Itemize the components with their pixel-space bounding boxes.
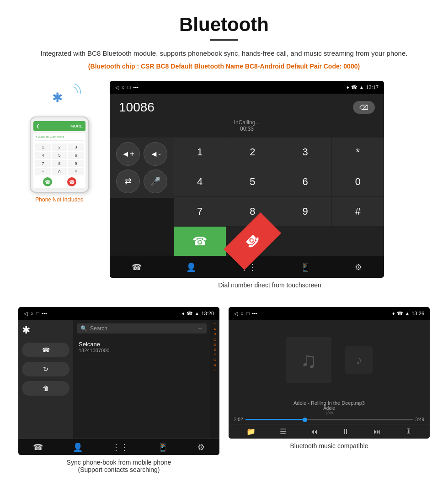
answer-call-button[interactable]: ☎ — [174, 227, 226, 256]
music-nav-home[interactable]: ○ — [240, 311, 244, 316]
status-left: ◁ ○ □ ••• — [115, 85, 139, 90]
contact-row[interactable]: Seicane 13241007000 — [77, 337, 207, 357]
title-section: Bluetooth Integrated with BC8 Bluetooth … — [18, 14, 430, 70]
transfer-button[interactable]: ⇄ — [116, 169, 140, 193]
phone-illustration: ✱ ❮ MORE + Add to Contacts 1 2 3 4 5 6 — [18, 81, 101, 203]
dial-key-star[interactable]: * — [35, 168, 51, 175]
nav-square-icon[interactable]: □ — [128, 85, 131, 90]
nav-back-icon[interactable]: ◁ — [115, 85, 119, 90]
volume-down-button[interactable]: ◄- — [144, 142, 167, 166]
dialpad-9[interactable]: 9 — [279, 197, 331, 226]
pb-nav-back[interactable]: ◁ — [24, 311, 27, 317]
music-nav-back[interactable]: ◁ — [234, 311, 238, 317]
pb-caption-line1: Sync phone-book from mobile phone — [67, 459, 171, 466]
pb-nav-settings[interactable]: ⚙ — [197, 442, 205, 452]
dial-key-5[interactable]: 5 — [52, 152, 67, 159]
dial-key-3[interactable]: 3 — [68, 143, 84, 151]
nav-home-icon[interactable]: ○ — [122, 85, 125, 90]
dial-key-0[interactable]: 0 — [52, 168, 67, 175]
pb-phone-btn[interactable]: ☎ — [22, 343, 69, 357]
dial-key-6[interactable]: 6 — [68, 152, 84, 159]
nav-calls-icon[interactable]: ☎ — [132, 262, 142, 272]
pb-nav-contacts[interactable]: 👤 — [73, 442, 83, 452]
dialpad-5[interactable]: 5 — [226, 167, 278, 196]
pb-status-left: ◁ ○ □ ••• — [24, 311, 47, 317]
dialpad-0[interactable]: 0 — [332, 167, 384, 196]
mute-button[interactable]: 🎤 — [144, 169, 167, 193]
playlist-icon[interactable]: ☰ — [280, 427, 286, 436]
music-gps-icon: ♦ — [392, 311, 395, 316]
pb-caption-line2: (Support contacts searching) — [78, 466, 160, 473]
prev-track-button[interactable]: ⏮ — [310, 428, 318, 436]
progress-track[interactable] — [245, 419, 412, 420]
music-nav-square[interactable]: □ — [246, 311, 250, 316]
dial-key-7[interactable]: 7 — [35, 160, 51, 167]
music-column: ◁ ○ □ ••• ♦ ☎ ▲ 13:26 — [229, 307, 430, 482]
dialpad-4[interactable]: 4 — [174, 167, 226, 196]
dialpad-7[interactable]: 7 — [174, 197, 226, 226]
pb-nav-sms[interactable]: 📱 — [158, 442, 168, 452]
alpha-d[interactable]: D — [213, 342, 216, 347]
album-art-main: ♫ — [286, 337, 331, 383]
dial-key-4[interactable]: 4 — [35, 152, 51, 159]
contact-number: 13241007000 — [79, 348, 205, 353]
alpha-e[interactable]: E — [213, 347, 216, 352]
pb-nav-home[interactable]: ○ — [30, 311, 33, 316]
alpha-g[interactable]: G — [213, 357, 216, 362]
pb-nav-dialpad[interactable]: ⋮⋮ — [112, 442, 128, 452]
alpha-b[interactable]: B — [213, 332, 216, 337]
music-note-icon: ♫ — [300, 348, 317, 373]
dialpad-star[interactable]: * — [332, 138, 384, 167]
music-artist-name: Adele — [233, 406, 425, 411]
dialpad-2[interactable]: 2 — [226, 138, 278, 167]
pb-sync-btn[interactable]: ↻ — [22, 362, 69, 376]
alpha-f[interactable]: F — [214, 352, 216, 357]
phone-end-button[interactable]: ☎ — [67, 177, 76, 186]
pb-search-bar[interactable]: 🔍 Search ← — [77, 323, 207, 333]
music-status-left: ◁ ○ □ ••• — [234, 311, 257, 317]
nav-contacts-icon[interactable]: 👤 — [186, 262, 196, 272]
nav-settings-icon[interactable]: ⚙ — [355, 262, 362, 272]
dial-key-1[interactable]: 1 — [35, 143, 51, 151]
pb-delete-btn[interactable]: 🗑 — [22, 381, 69, 396]
phone-dialpad: 1 2 3 4 5 6 7 8 9 * 0 # — [35, 143, 84, 175]
alpha-a[interactable]: A — [213, 327, 216, 332]
equalizer-icon[interactable]: 🎚 — [405, 428, 412, 436]
dial-number: 10086 — [119, 100, 155, 115]
call-info: InCalling... 00:33 — [110, 119, 384, 138]
alpha-star[interactable]: * — [214, 322, 215, 327]
progress-bar-row: 2:02 3:49 — [229, 415, 430, 424]
folder-icon[interactable]: 📁 — [246, 427, 256, 436]
search-back-arrow[interactable]: ← — [197, 325, 203, 332]
dial-key-8[interactable]: 8 — [52, 160, 67, 167]
nav-sms-icon[interactable]: 📱 — [300, 262, 310, 272]
dialpad-hash[interactable]: # — [332, 197, 384, 226]
pb-nav-calls[interactable]: ☎ — [33, 442, 43, 452]
alpha-i[interactable]: I — [214, 368, 215, 373]
alpha-h[interactable]: H — [213, 363, 216, 368]
phone-bottom-buttons: ☎ ☎ — [35, 177, 84, 186]
volume-up-button[interactable]: ◄+ — [116, 142, 140, 166]
delete-button[interactable]: ⌫ — [353, 101, 375, 114]
dialpad-6[interactable]: 6 — [279, 167, 331, 196]
dialpad-1[interactable]: 1 — [174, 138, 226, 167]
alpha-c[interactable]: C — [213, 337, 216, 342]
pb-main: 🔍 Search ← Seicane 13241007000 * A — [73, 320, 219, 439]
next-track-button[interactable]: ⏭ — [373, 428, 381, 436]
phone-call-button[interactable]: ☎ — [43, 177, 52, 186]
dial-key-hash[interactable]: # — [68, 168, 84, 175]
pb-sidebar: ✱ ☎ ↻ 🗑 — [18, 320, 73, 439]
dialpad-3[interactable]: 3 — [279, 138, 331, 167]
dial-key-9[interactable]: 9 — [68, 160, 84, 167]
page-title: Bluetooth — [18, 14, 430, 36]
play-pause-button[interactable]: ⏸ — [342, 428, 349, 436]
bluetooth-info-text: (Bluetooth chip : CSR BC8 Default Blueto… — [18, 63, 430, 70]
phone-mockup: ❮ MORE + Add to Contacts 1 2 3 4 5 6 7 8… — [30, 116, 89, 193]
dial-key-2[interactable]: 2 — [52, 143, 67, 151]
music-status-bar: ◁ ○ □ ••• ♦ ☎ ▲ 13:26 — [229, 307, 430, 320]
music-wifi-icon: ▲ — [405, 311, 410, 316]
music-note-icon-small: ♪ — [356, 353, 362, 367]
pb-nav-square[interactable]: □ — [36, 311, 39, 316]
pb-status-dots: ••• — [42, 311, 47, 316]
phonebook-content: ✱ ☎ ↻ 🗑 🔍 Search ← — [18, 320, 219, 439]
